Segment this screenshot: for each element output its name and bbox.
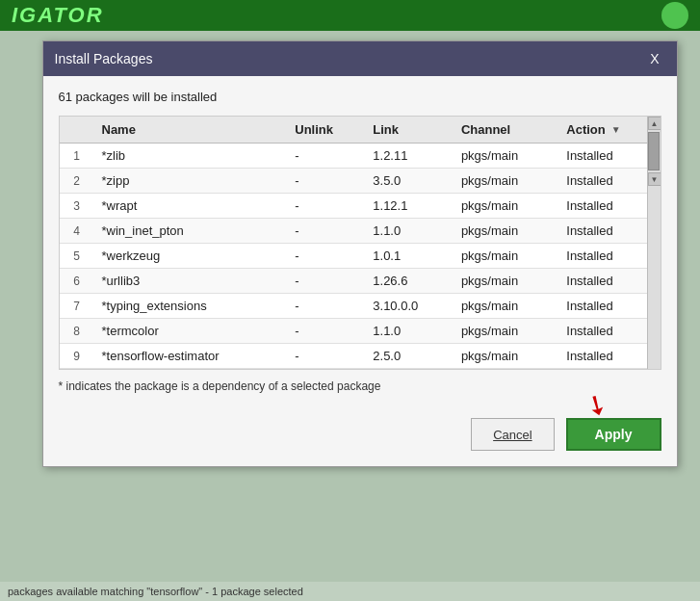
cell-name: *tensorflow-estimator: [94, 344, 288, 369]
cell-unlink: -: [287, 244, 365, 269]
col-unlink: Unlink: [287, 117, 365, 144]
cell-unlink: -: [287, 269, 365, 294]
table-header-row: Name Unlink Link Channel Action ▼: [60, 117, 661, 144]
cell-action: Installed: [558, 344, 660, 369]
col-link: Link: [365, 117, 454, 144]
app-background: IGATOR Install Packages X 61 packages wi…: [0, 0, 700, 601]
cell-link: 3.5.0: [365, 169, 454, 194]
cell-channel: pkgs/main: [454, 169, 558, 194]
cell-action: Installed: [558, 169, 660, 194]
packages-count-label: 61 packages will be installed: [59, 90, 661, 104]
table-row: 9 *tensorflow-estimator - 2.5.0 pkgs/mai…: [60, 344, 661, 369]
cell-unlink: -: [287, 144, 365, 169]
cell-link: 1.1.0: [365, 219, 454, 244]
col-num: [60, 117, 94, 144]
install-packages-modal: Install Packages X 61 packages will be i…: [42, 40, 678, 467]
cell-unlink: -: [287, 219, 365, 244]
modal-title: Install Packages: [55, 51, 153, 66]
cell-num: 6: [60, 269, 94, 294]
cell-channel: pkgs/main: [454, 194, 558, 219]
bottom-status-text: packages available matching "tensorflow"…: [8, 586, 303, 597]
cell-num: 2: [60, 169, 94, 194]
cell-channel: pkgs/main: [454, 219, 558, 244]
cell-name: *win_inet_pton: [94, 219, 288, 244]
table-row: 7 *typing_extensions - 3.10.0.0 pkgs/mai…: [60, 294, 661, 319]
cell-num: 7: [60, 294, 94, 319]
modal-close-button[interactable]: X: [644, 49, 664, 68]
cell-name: *zipp: [94, 169, 288, 194]
cell-num: 9: [60, 344, 94, 369]
modal-overlay: Install Packages X 61 packages will be i…: [19, 31, 700, 582]
cell-action: Installed: [558, 269, 660, 294]
scrollbar-up-button[interactable]: ▲: [648, 117, 661, 130]
modal-footer: ➘ Cancel Apply: [43, 406, 677, 466]
cell-name: *zlib: [94, 144, 288, 169]
cell-name: *termcolor: [94, 319, 288, 344]
packages-table: Name Unlink Link Channel Action ▼: [60, 117, 661, 369]
scrollbar-thumb[interactable]: [648, 132, 660, 170]
col-channel: Channel: [454, 117, 558, 144]
cell-name: *urllib3: [94, 269, 288, 294]
cell-num: 3: [60, 194, 94, 219]
bottom-status-bar: packages available matching "tensorflow"…: [0, 582, 700, 601]
cell-action: Installed: [558, 244, 660, 269]
cell-channel: pkgs/main: [454, 144, 558, 169]
cell-unlink: -: [287, 294, 365, 319]
cell-unlink: -: [287, 194, 365, 219]
packages-table-body: 1 *zlib - 1.2.11 pkgs/main Installed 2 *…: [60, 144, 661, 369]
cell-name: *wrapt: [94, 194, 288, 219]
col-name: Name: [94, 117, 288, 144]
table-row: 8 *termcolor - 1.1.0 pkgs/main Installed: [60, 319, 661, 344]
app-header: IGATOR: [0, 0, 700, 31]
cancel-button[interactable]: Cancel: [471, 418, 554, 451]
cell-name: *typing_extensions: [94, 294, 288, 319]
cell-channel: pkgs/main: [454, 294, 558, 319]
cell-unlink: -: [287, 169, 365, 194]
cell-num: 1: [60, 144, 94, 169]
cell-num: 4: [60, 219, 94, 244]
app-title: IGATOR: [12, 3, 104, 28]
cell-link: 1.1.0: [365, 319, 454, 344]
modal-body: 61 packages will be installed Name Unlin…: [43, 76, 677, 406]
cell-channel: pkgs/main: [454, 344, 558, 369]
table-row: 3 *wrapt - 1.12.1 pkgs/main Installed: [60, 194, 661, 219]
cell-link: 1.2.11: [365, 144, 454, 169]
cell-link: 1.12.1: [365, 194, 454, 219]
packages-table-container: Name Unlink Link Channel Action ▼: [59, 116, 661, 370]
apply-button[interactable]: Apply: [566, 418, 661, 451]
modal-header: Install Packages X: [43, 41, 677, 76]
cell-action: Installed: [558, 194, 660, 219]
cell-link: 2.5.0: [365, 344, 454, 369]
cell-channel: pkgs/main: [454, 269, 558, 294]
cell-action: Installed: [558, 319, 660, 344]
table-row: 4 *win_inet_pton - 1.1.0 pkgs/main Insta…: [60, 219, 661, 244]
packages-table-scroll[interactable]: Name Unlink Link Channel Action ▼: [60, 117, 661, 369]
action-col-label: Action: [566, 122, 605, 137]
packages-footnote: * indicates the package is a dependency …: [59, 379, 661, 393]
cell-action: Installed: [558, 219, 660, 244]
cell-unlink: -: [287, 344, 365, 369]
cell-num: 5: [60, 244, 94, 269]
scrollbar-track: ▲ ▼: [647, 117, 661, 369]
cell-link: 1.0.1: [365, 244, 454, 269]
cell-name: *werkzeug: [94, 244, 288, 269]
action-dropdown-arrow[interactable]: ▼: [611, 124, 621, 135]
table-row: 2 *zipp - 3.5.0 pkgs/main Installed: [60, 169, 661, 194]
table-row: 6 *urllib3 - 1.26.6 pkgs/main Installed: [60, 269, 661, 294]
cell-unlink: -: [287, 319, 365, 344]
cell-channel: pkgs/main: [454, 319, 558, 344]
cell-action: Installed: [558, 294, 660, 319]
cell-action: Installed: [558, 144, 660, 169]
header-circle: [661, 2, 688, 29]
cell-link: 3.10.0.0: [365, 294, 454, 319]
cell-link: 1.26.6: [365, 269, 454, 294]
scrollbar-down-button[interactable]: ▼: [648, 172, 661, 186]
cell-num: 8: [60, 319, 94, 344]
cell-channel: pkgs/main: [454, 244, 558, 269]
table-row: 5 *werkzeug - 1.0.1 pkgs/main Installed: [60, 244, 661, 269]
col-action[interactable]: Action ▼: [558, 117, 660, 144]
table-row: 1 *zlib - 1.2.11 pkgs/main Installed: [60, 144, 661, 169]
